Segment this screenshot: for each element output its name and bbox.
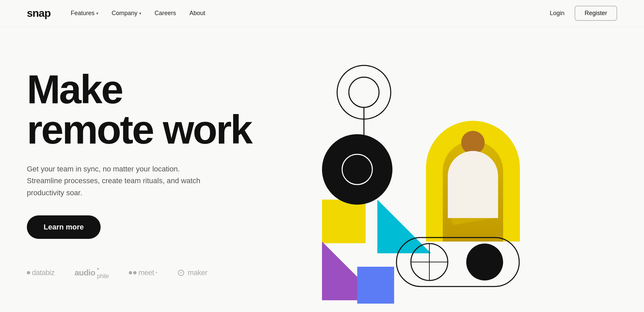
yellow-square: [322, 200, 366, 243]
svg-point-13: [466, 244, 503, 280]
hero-subtext: Get your team in sync, no matter your lo…: [27, 163, 201, 199]
big-black-circle: [322, 134, 392, 206]
hero-illustration: [295, 54, 537, 295]
logo-maker: ⊙ maker: [177, 267, 207, 278]
chevron-down-icon: ▾: [139, 11, 141, 16]
nav-careers[interactable]: Careers: [155, 10, 176, 17]
blue-square: [357, 267, 394, 304]
logo-meet: meet •: [129, 268, 157, 277]
brand-logo[interactable]: snap: [27, 7, 51, 19]
nav-company[interactable]: Company ▾: [112, 10, 141, 17]
register-button[interactable]: Register: [575, 6, 617, 21]
person-container: [426, 121, 520, 242]
dot-icon: [129, 271, 132, 274]
hero-section: Make remote work Get your team in sync, …: [0, 27, 644, 312]
dot-icon: [133, 271, 137, 274]
logo-databiz: databiz: [27, 268, 54, 277]
navbar: snap Features ▾ Company ▾ Careers About …: [0, 0, 644, 27]
hero-content: Make remote work Get your team in sync, …: [27, 69, 295, 280]
logo-audiophile: audio•phile: [74, 266, 109, 280]
hero-headline: Make remote work: [27, 69, 275, 150]
nav-actions: Login Register: [550, 6, 617, 21]
dot-icon: [27, 271, 30, 274]
goggles-shape: [396, 237, 520, 289]
svg-point-3: [349, 77, 379, 107]
nav-about[interactable]: About: [190, 10, 205, 17]
svg-point-5: [322, 134, 392, 205]
chevron-down-icon: ▾: [96, 11, 98, 16]
partner-logos: databiz audio•phile meet • ⊙ maker: [27, 266, 275, 280]
nav-features[interactable]: Features ▾: [71, 10, 98, 17]
nav-links: Features ▾ Company ▾ Careers About: [71, 10, 550, 17]
login-button[interactable]: Login: [550, 10, 565, 17]
learn-more-button[interactable]: Learn more: [27, 215, 101, 239]
